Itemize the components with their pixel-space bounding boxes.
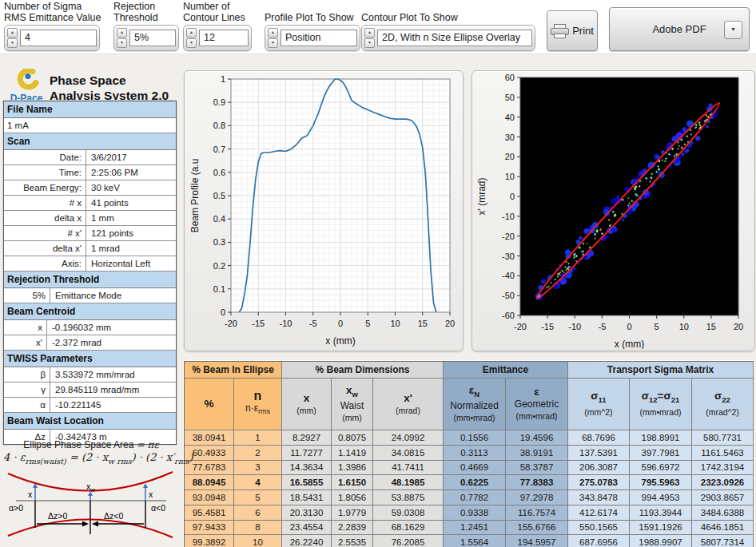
table-cell: 1.5564: [444, 535, 506, 547]
table-group-header: Transport Sigma Matrix: [568, 362, 754, 379]
app-title: Phase Space Analysis System 2.0: [50, 73, 169, 103]
rejection-threshold-increment-button[interactable]: ▲: [117, 28, 127, 38]
number-of-contour-lines-spin-buttons: ▲▼: [186, 28, 197, 48]
x-right-label: x: [149, 490, 153, 499]
number-of-sigma-decrement-button[interactable]: ▼: [7, 38, 18, 48]
print-button[interactable]: Print: [547, 10, 598, 51]
table-cell: 1.3986: [332, 461, 373, 476]
table-cell: 0.6225: [444, 475, 506, 490]
table-cell: 5807.7314: [692, 535, 754, 547]
info-row: x-0.196032 mm: [4, 320, 176, 335]
table-column-header: εNNormalized(mm•mrad): [444, 379, 506, 430]
table-cell: 11.7277: [282, 446, 332, 461]
section-header: Beam Centroid: [4, 303, 176, 320]
table-cell: 26.2240: [282, 535, 332, 547]
beam-profile-plot: -20-15-10-50510152000.10.20.30.40.50.60.…: [186, 73, 461, 349]
table-cell: 0.1556: [444, 430, 506, 446]
info-row: delta x1 mm: [4, 211, 176, 226]
printer-icon: [551, 24, 568, 38]
table-column-header: σ22(mrad^2): [692, 379, 754, 430]
contour-plot-to-show-increment-button[interactable]: ▲: [364, 28, 375, 38]
rejection-threshold-decrement-button[interactable]: ▼: [117, 38, 127, 48]
number-of-contour-lines-value[interactable]: 12: [199, 30, 249, 46]
table-group-header: % Beam Dimensions: [282, 362, 444, 379]
table-cell: 6: [234, 505, 282, 521]
table-cell: 580.7731: [692, 430, 754, 446]
section-header: Beam Waist Location: [4, 413, 176, 430]
svg-text:0.1: 0.1: [213, 284, 225, 294]
number-of-contour-lines-decrement-button[interactable]: ▼: [186, 38, 197, 48]
print-button-label: Print: [572, 25, 594, 37]
info-label: x': [4, 335, 47, 350]
svg-text:Beam Profile (a.u: Beam Profile (a.u: [189, 159, 201, 233]
info-label: γ: [4, 383, 50, 397]
table-cell: 4: [234, 475, 282, 490]
info-value: Horizontal Left: [86, 256, 176, 271]
info-value: Emittance Mode: [50, 288, 176, 303]
table-column-header: σ11(mm^2): [568, 379, 630, 430]
table-cell: 24.0992: [373, 430, 444, 446]
table-cell: 994.4953: [630, 490, 692, 505]
contour-plot-to-show-value[interactable]: 2D, With n Size Ellipse Overlay: [377, 30, 532, 46]
profile-plot-to-show-spinner: ▲▼Position: [265, 25, 360, 51]
table-column-header: xwWaist(mm): [332, 379, 373, 430]
info-row: Axis:Horizontal Left: [4, 256, 176, 272]
section-header: Rejection Threshold: [4, 272, 176, 288]
number-of-contour-lines-increment-button[interactable]: ▲: [186, 28, 197, 38]
info-row: 1 mA: [4, 118, 176, 133]
table-cell: 16.5855: [282, 475, 332, 490]
info-row: α-10.221145: [4, 398, 176, 413]
info-value: 1 mA: [4, 118, 176, 133]
svg-text:60: 60: [505, 73, 515, 82]
svg-text:-20: -20: [502, 232, 515, 241]
number-of-sigma-increment-button[interactable]: ▲: [7, 28, 18, 38]
svg-text:0: 0: [338, 319, 343, 328]
table-cell: 596.6972: [630, 461, 692, 476]
table-cell: 48.1985: [373, 475, 444, 490]
table-cell: 0.4669: [444, 461, 506, 476]
table-cell: 1.1419: [332, 446, 373, 461]
contour-plot-to-show-decrement-button[interactable]: ▼: [364, 38, 375, 48]
info-value: 2:25:06 PM: [86, 165, 176, 180]
info-value: 41 points: [86, 196, 176, 210]
table-cell: 687.6956: [568, 535, 630, 547]
emittance-formula: 4 · εrms(waist) = (2 · xw rms) · (2 · x′…: [3, 451, 179, 466]
dz-negative-label: Δz<0: [104, 511, 123, 521]
table-cell: 1.9779: [332, 505, 373, 521]
contour-plot: -20-15-10-505101520-60-50-40-30-20-10010…: [474, 73, 753, 349]
svg-text:-50: -50: [502, 291, 515, 300]
svg-text:-40: -40: [502, 271, 515, 280]
rejection-threshold-value[interactable]: 5%: [129, 30, 176, 46]
alpha-positive-label: α>0: [9, 503, 23, 513]
chevron-down-icon[interactable]: ▼: [724, 21, 742, 39]
info-value: 3.533972 mm/mrad: [50, 367, 176, 382]
adobe-pdf-label: Adobe PDF: [652, 23, 706, 35]
table-cell: 8: [234, 521, 282, 536]
table-cell: 2.5535: [332, 535, 373, 547]
info-label: Time:: [4, 165, 86, 180]
info-label: Date:: [4, 150, 86, 164]
svg-text:10: 10: [679, 322, 689, 331]
info-row: Beam Energy:30 keV: [4, 180, 176, 196]
table-cell: 2.2839: [332, 521, 373, 536]
profile-plot-to-show-decrement-button[interactable]: ▼: [268, 38, 278, 48]
svg-text:20: 20: [445, 319, 455, 328]
info-label: Axis:: [4, 256, 86, 271]
svg-text:1: 1: [221, 74, 225, 84]
info-value: 30 keV: [86, 180, 176, 195]
table-cell: 795.5963: [630, 475, 692, 490]
profile-plot-to-show-value[interactable]: Position: [281, 30, 357, 46]
dpace-logo: D-Pace: [6, 69, 47, 104]
adobe-pdf-button[interactable]: Adobe PDF ▼: [609, 7, 750, 51]
table-cell: 4646.1851: [692, 521, 754, 536]
table-cell: 95.4581: [185, 505, 234, 521]
svg-text:-5: -5: [309, 319, 317, 328]
svg-text:-10: -10: [502, 212, 515, 221]
table-cell: 53.8875: [373, 490, 444, 505]
number-of-sigma-value[interactable]: 4: [20, 30, 97, 46]
profile-plot-to-show-increment-button[interactable]: ▲: [268, 28, 278, 38]
table-cell: 3: [234, 461, 282, 476]
dpace-logo-icon: [8, 69, 45, 91]
info-label: x: [4, 320, 47, 335]
table-cell: 137.5391: [568, 446, 630, 461]
